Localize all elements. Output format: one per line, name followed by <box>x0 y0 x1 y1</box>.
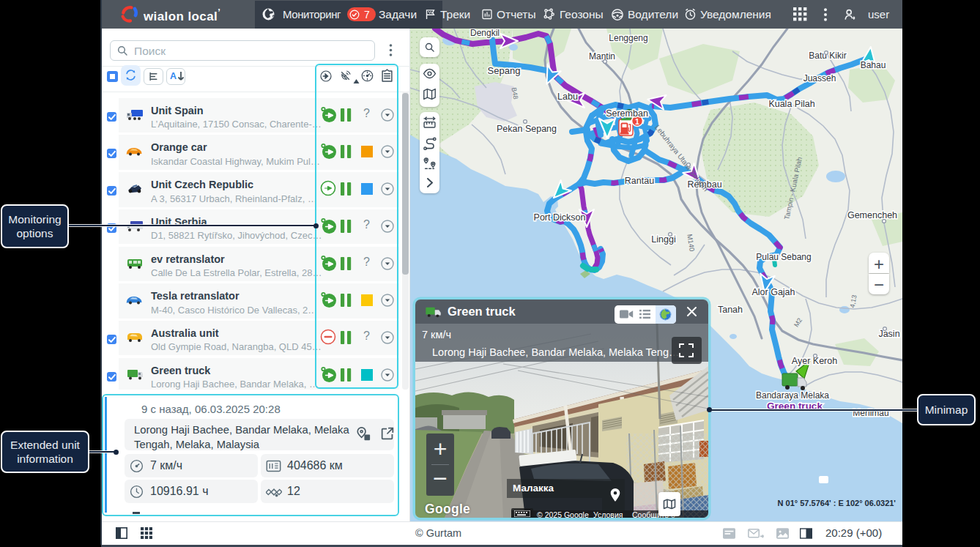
svg-text:Gemencheh: Gemencheh <box>847 210 897 220</box>
svg-text:Lenggeng: Lenggeng <box>609 33 647 43</box>
svg-text:Bahau: Bahau <box>861 60 886 70</box>
svg-text:Jasin: Jasin <box>878 329 899 339</box>
svg-text:Pekan Sepang: Pekan Sepang <box>497 124 557 134</box>
svg-text:Sepang: Sepang <box>488 65 521 76</box>
svg-text:Mantin: Mantin <box>589 51 615 62</box>
svg-text:Kuala Pilah: Kuala Pilah <box>768 99 814 109</box>
svg-text:Juasseh: Juasseh <box>803 73 836 83</box>
svg-text:Pulau Sebang: Pulau Sebang <box>756 252 811 262</box>
svg-text:Alor Gajah: Alor Gajah <box>751 287 795 297</box>
svg-text:Dengkil: Dengkil <box>470 29 500 38</box>
svg-text:Bandaraya Melaka: Bandaraya Melaka <box>756 390 829 401</box>
svg-text:Rantau: Rantau <box>625 176 654 186</box>
svg-text:Port Dickson: Port Dickson <box>534 212 586 223</box>
svg-text:Linggi: Linggi <box>651 234 675 245</box>
svg-text:Tanah: Tanah <box>718 305 743 315</box>
svg-text:N 01° 57.5764' : E 102° 06.032: N 01° 57.5764' : E 102° 06.0321' <box>778 499 897 507</box>
svg-text:Seremban: Seremban <box>606 108 648 119</box>
svg-text:Labu: Labu <box>557 92 578 102</box>
